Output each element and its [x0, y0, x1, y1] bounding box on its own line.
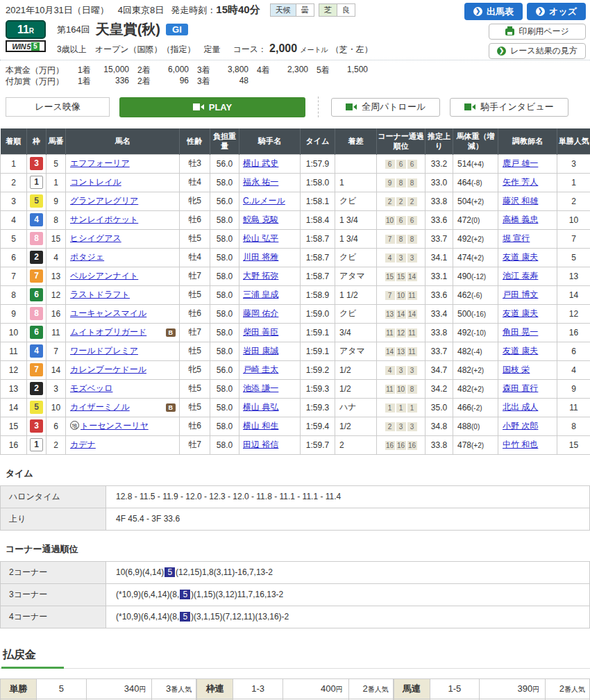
- corner-position: 7: [385, 291, 395, 300]
- corner-position: 11: [407, 328, 417, 338]
- payout-tables: 単勝5340円3番人気複勝5120円3番人気1110円1番人気9110円2番人気…: [0, 678, 590, 700]
- prize-rank-label: 4着: [257, 65, 275, 76]
- jockey-link[interactable]: 大野 拓弥: [243, 271, 278, 281]
- sex-age: 牡5: [180, 379, 210, 398]
- jockey-link[interactable]: 横山 武史: [243, 158, 278, 168]
- finish-time: 1:58.7: [301, 248, 335, 267]
- highlighted-horse-number: 5: [180, 612, 190, 622]
- play-button[interactable]: PLAY: [119, 97, 305, 117]
- bracket-badge: 3: [30, 419, 43, 433]
- horse-name-link[interactable]: ポタジェ: [70, 252, 104, 262]
- prize-rank-label: 3着: [197, 65, 215, 76]
- trainer-link[interactable]: 藤沢 和雄: [503, 196, 538, 206]
- win-popularity: 15: [557, 435, 590, 454]
- trainer-link[interactable]: 友道 康夫: [503, 308, 538, 318]
- win5-logo: WIN 5 5: [6, 40, 46, 52]
- horse-name-link[interactable]: トーセンスーリヤ: [81, 421, 149, 431]
- horse-name-link[interactable]: ワールドプレミア: [70, 346, 138, 356]
- trainer-link[interactable]: 国枝 栄: [503, 365, 530, 374]
- trainer-link[interactable]: 友道 康夫: [503, 252, 538, 262]
- jockey-link[interactable]: 横山 典弘: [243, 402, 278, 412]
- jockey-link[interactable]: 松山 弘平: [243, 233, 278, 243]
- horse-name-link[interactable]: ムイトオブリガード: [70, 327, 146, 337]
- bracket-badge: 8: [30, 232, 43, 245]
- win-popularity: 10: [557, 210, 590, 229]
- corner-order-cell: 71011: [377, 285, 425, 304]
- trainer-link[interactable]: 堀 宣行: [503, 233, 530, 243]
- jockey-link[interactable]: 鮫島 克駿: [243, 215, 278, 224]
- carried-weight: 58.0: [210, 379, 239, 398]
- lap-time-value: 12.8 - 11.5 - 11.9 - 12.0 - 12.3 - 12.0 …: [106, 485, 590, 508]
- jockey-link[interactable]: 福永 祐一: [243, 177, 278, 187]
- jockey-link[interactable]: 三浦 皇成: [243, 290, 278, 299]
- bracket-cell: 5: [27, 192, 47, 210]
- carried-weight: 58.0: [210, 267, 239, 285]
- horse-name-link[interactable]: ペルシアンナイト: [70, 271, 138, 281]
- horse-name-link[interactable]: エフフォーリア: [70, 158, 130, 168]
- trainer-link[interactable]: 池江 泰寿: [503, 271, 538, 281]
- jockey-link[interactable]: 藤岡 佑介: [243, 308, 278, 318]
- trainer-link[interactable]: 北出 成人: [503, 402, 538, 412]
- jockey-interview-button[interactable]: 騎手インタビュー: [450, 98, 568, 117]
- trainer-link[interactable]: 高橋 義忠: [503, 215, 538, 224]
- result-row: 359グランアレグリア牝556.0C.ルメール1:58.1クビ22233.850…: [1, 192, 590, 210]
- jockey-cell: 横山 典弘: [239, 398, 301, 417]
- trainer-link[interactable]: 森田 直行: [503, 383, 538, 393]
- trainer-cell: 池江 泰寿: [498, 267, 557, 285]
- jockey-link[interactable]: 田辺 裕信: [243, 440, 278, 449]
- course-distance: 2,000: [269, 42, 297, 55]
- bracket-cell: 7: [27, 360, 47, 379]
- horse-name-link[interactable]: コントレイル: [70, 177, 121, 187]
- trainer-link[interactable]: 矢作 芳人: [503, 177, 538, 187]
- trainer-cell: 堀 宣行: [498, 229, 557, 248]
- horse-name-link[interactable]: ヒシイグアス: [70, 233, 121, 243]
- trainer-link[interactable]: 中竹 和也: [503, 440, 538, 449]
- trainer-link[interactable]: 友道 康夫: [503, 346, 538, 356]
- result-row: 1612カデナ牡758.0田辺 裕信1:59.7216161633.8478(+…: [1, 435, 590, 454]
- trainer-link[interactable]: 角田 晃一: [503, 327, 538, 337]
- jockey-link[interactable]: 池添 謙一: [243, 383, 278, 393]
- corner-position: 11: [407, 347, 417, 356]
- jockey-link[interactable]: 岩田 康誠: [243, 346, 278, 356]
- jockey-link[interactable]: 川田 将雅: [243, 252, 278, 262]
- horse-name-link[interactable]: モズベッロ: [70, 383, 112, 393]
- entries-button[interactable]: ❯ 出馬表: [464, 3, 523, 20]
- jockey-link[interactable]: C.ルメール: [243, 196, 285, 206]
- yen-suffix: 円: [139, 685, 146, 693]
- corner-position: 14: [396, 310, 406, 319]
- race-ordinal: 第164回: [57, 24, 90, 36]
- horse-name-link[interactable]: カレンブーケドール: [70, 365, 146, 374]
- horse-name-link[interactable]: ユーキャンスマイル: [70, 308, 146, 318]
- result-row: 14510カイザーミノルB牡558.0横山 典弘1:59.3ハナ11135.04…: [1, 398, 590, 417]
- patrol-video-button[interactable]: 全周パトロール: [331, 98, 440, 117]
- race-video-label: レース映像: [6, 97, 110, 117]
- corner-order-cell: 433: [377, 248, 425, 267]
- jockey-link[interactable]: 戸崎 圭太: [243, 365, 278, 374]
- trainer-link[interactable]: 鹿戸 雄一: [503, 158, 538, 168]
- results-guide-button[interactable]: ❯ レース結果の見方: [489, 43, 586, 59]
- margin: [335, 154, 377, 173]
- trainer-link[interactable]: 戸田 博文: [503, 290, 538, 299]
- horse-name-link[interactable]: サンレイポケット: [70, 215, 138, 224]
- sex-age: 牡5: [180, 285, 210, 304]
- win-popularity: 12: [557, 304, 590, 323]
- jockey-link[interactable]: 柴田 善臣: [243, 327, 278, 337]
- corner-position: 10: [385, 216, 395, 225]
- odds-button[interactable]: ❯ オッズ: [527, 3, 586, 20]
- horse-name-cell: ペルシアンナイト: [66, 267, 180, 285]
- finish-position: 1: [1, 154, 27, 173]
- corner-position: 14: [407, 310, 417, 319]
- horse-name-link[interactable]: カデナ: [70, 440, 96, 449]
- trainer-link[interactable]: 小野 次郎: [503, 421, 538, 431]
- print-page-button[interactable]: 印刷用ページ: [489, 24, 586, 40]
- horse-name-link[interactable]: カイザーミノル: [70, 402, 130, 412]
- horse-weight-diff: (+2): [471, 254, 484, 262]
- prize-amount: 6,000: [155, 65, 189, 76]
- horse-weight-cell: 462(-6): [453, 285, 498, 304]
- jockey-link[interactable]: 横山 和生: [243, 421, 278, 431]
- trainer-cell: 森田 直行: [498, 379, 557, 398]
- horse-name-link[interactable]: ラストドラフト: [70, 290, 130, 299]
- horse-name-link[interactable]: グランアレグリア: [70, 196, 138, 206]
- corner-position: 3: [396, 422, 406, 431]
- bracket-badge: 1: [30, 438, 43, 451]
